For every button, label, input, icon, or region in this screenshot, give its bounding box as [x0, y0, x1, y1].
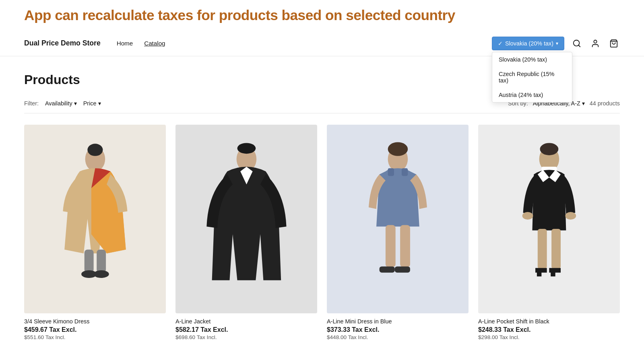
product-price-incl-4: $298.00 Tax Incl. [478, 334, 620, 340]
country-selector-wrapper: ✓ Slovakia (20% tax) ▾ Slovakia (20% tax… [492, 37, 564, 50]
products-count: 44 products [590, 100, 620, 107]
country-option-czech[interactable]: Czech Republic (15% tax) [492, 67, 572, 88]
account-button[interactable] [589, 37, 601, 49]
svg-rect-17 [400, 225, 410, 267]
product-image-3 [327, 125, 469, 313]
availability-chevron-icon: ▾ [74, 100, 77, 107]
search-icon [572, 39, 581, 48]
product-card-4[interactable]: A-Line Pocket Shift in Black $248.33 Tax… [478, 125, 620, 340]
svg-point-9 [93, 270, 109, 278]
filter-label: Filter: [24, 100, 39, 107]
product-price-excl-3: $373.33 Tax Excl. [327, 326, 469, 333]
country-dropdown-menu: Slovakia (20% tax) Czech Republic (15% t… [492, 52, 572, 103]
cart-button[interactable] [608, 37, 620, 49]
svg-point-24 [565, 212, 576, 220]
product-name-2: A-Line Jacket [175, 318, 317, 325]
product-figure-2 [200, 134, 293, 304]
svg-point-23 [522, 212, 533, 220]
country-selector-button[interactable]: ✓ Slovakia (20% tax) ▾ [492, 37, 564, 50]
dropdown-arrow-icon: ▾ [556, 41, 558, 46]
svg-point-21 [540, 143, 558, 156]
sort-chevron-icon: ▾ [582, 100, 585, 107]
selected-checkmark: ✓ [498, 40, 503, 47]
svg-rect-6 [84, 250, 93, 273]
banner-text: App can recalculate taxes for products b… [24, 7, 455, 23]
svg-rect-14 [388, 169, 394, 176]
product-card-3[interactable]: A-Line Mini Dress in Blue $373.33 Tax Ex… [327, 125, 469, 340]
product-price-excl-1: $459.67 Tax Excl. [24, 326, 166, 333]
svg-rect-26 [551, 229, 561, 269]
svg-point-11 [237, 143, 256, 154]
svg-rect-7 [97, 250, 106, 273]
product-card-1[interactable]: 3/4 Sleeve Kimono Dress $459.67 Tax Excl… [24, 125, 166, 340]
availability-filter-button[interactable]: Availability ▾ [45, 100, 77, 107]
svg-rect-18 [379, 267, 394, 273]
cart-icon [609, 39, 618, 48]
product-image-4 [478, 125, 620, 313]
navbar: Dual Price Demo Store Home Catalog ✓ Slo… [0, 31, 644, 56]
filter-left: Filter: Availability ▾ Price ▾ [24, 100, 101, 107]
country-option-austria[interactable]: Austria (24% tax) [492, 88, 572, 102]
svg-point-2 [594, 40, 597, 43]
country-option-slovakia[interactable]: Slovakia (20% tax) [492, 52, 572, 67]
search-button[interactable] [571, 37, 583, 49]
product-figure-3 [352, 134, 444, 304]
svg-line-1 [578, 45, 580, 47]
product-price-incl-2: $698.60 Tax Incl. [175, 334, 317, 340]
svg-rect-16 [385, 225, 395, 267]
svg-point-5 [87, 144, 103, 156]
product-image-1 [24, 125, 166, 313]
price-filter-button[interactable]: Price ▾ [83, 100, 101, 107]
product-name-3: A-Line Mini Dress in Blue [327, 318, 469, 325]
nav-links: Home Catalog [117, 40, 492, 47]
selected-country-label: Slovakia (20% tax) [505, 40, 553, 47]
product-price-excl-4: $248.33 Tax Excl. [478, 326, 620, 333]
product-figure-4 [503, 134, 595, 304]
product-card-2[interactable]: A-Line Jacket $582.17 Tax Excl. $698.60 … [175, 125, 317, 340]
products-grid: 3/4 Sleeve Kimono Dress $459.67 Tax Excl… [24, 125, 620, 340]
product-image-2 [175, 125, 317, 313]
svg-point-13 [388, 142, 408, 156]
svg-rect-15 [402, 169, 408, 176]
product-price-excl-2: $582.17 Tax Excl. [175, 326, 317, 333]
product-name-4: A-Line Pocket Shift in Black [478, 318, 620, 325]
svg-rect-25 [537, 229, 547, 269]
svg-rect-19 [394, 267, 410, 273]
product-price-incl-1: $551.60 Tax Incl. [24, 334, 166, 340]
price-chevron-icon: ▾ [98, 100, 101, 107]
product-price-incl-3: $448.00 Tax Incl. [327, 334, 469, 340]
nav-link-catalog[interactable]: Catalog [144, 40, 165, 47]
account-icon [591, 39, 600, 48]
product-name-1: 3/4 Sleeve Kimono Dress [24, 318, 166, 325]
app-banner: App can recalculate taxes for products b… [0, 0, 644, 31]
nav-link-home[interactable]: Home [117, 40, 133, 47]
store-name: Dual Price Demo Store [24, 39, 101, 47]
nav-right: ✓ Slovakia (20% tax) ▾ Slovakia (20% tax… [492, 37, 620, 50]
product-figure-1 [49, 134, 141, 304]
